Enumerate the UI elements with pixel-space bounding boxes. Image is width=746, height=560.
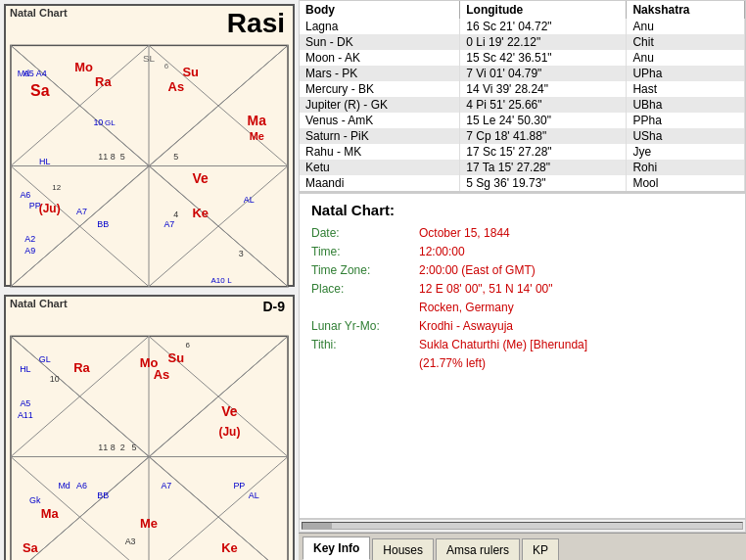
- table-row: Saturn - PiK7 Cp 18' 41.88"USha: [300, 128, 745, 144]
- tab-amsa-rulers[interactable]: Amsa rulers: [436, 538, 520, 560]
- svg-text:Sa: Sa: [23, 540, 39, 555]
- left-panel: Natal Chart Rasi: [0, 0, 299, 560]
- svg-text:(Ju): (Ju): [219, 425, 241, 439]
- svg-text:BB: BB: [97, 490, 109, 500]
- svg-text:Ra: Ra: [95, 74, 112, 89]
- svg-text:5: 5: [132, 443, 137, 452]
- svg-text:Ma: Ma: [41, 506, 60, 521]
- svg-text:GL: GL: [105, 118, 116, 127]
- svg-text:Mo: Mo: [74, 60, 93, 74]
- svg-text:AL: AL: [244, 195, 255, 205]
- tab-kp[interactable]: KP: [522, 538, 559, 560]
- svg-text:5: 5: [173, 152, 178, 162]
- svg-text:HL: HL: [20, 364, 30, 374]
- info-label: Tithi:: [311, 338, 419, 351]
- info-value: October 15, 1844: [419, 226, 510, 240]
- svg-text:11: 11: [98, 443, 108, 452]
- svg-text:A9: A9: [24, 246, 35, 256]
- svg-text:A2: A2: [24, 234, 35, 244]
- d9-label: D-9: [262, 299, 285, 314]
- svg-text:A5 A4: A5 A4: [23, 69, 47, 78]
- table-row: Rahu - MK17 Sc 15' 27.28"Jye: [300, 144, 745, 160]
- tab-key-info[interactable]: Key Info: [303, 537, 370, 560]
- svg-text:6: 6: [186, 341, 191, 350]
- svg-text:A6: A6: [20, 190, 30, 200]
- info-row: Date:October 15, 1844: [311, 226, 733, 240]
- table-row: Mars - PK7 Vi 01' 04.79"UPha: [300, 66, 745, 81]
- info-value: Rocken, Germany: [419, 301, 514, 314]
- info-title: Natal Chart:: [311, 202, 733, 218]
- right-panel: Body Longitude Nakshatra Lagna16 Sc 21' …: [299, 0, 746, 560]
- table-row: Venus - AmK15 Le 24' 50.30"PPha: [300, 113, 745, 128]
- table-row: Jupiter (R) - GK4 Pi 51' 25.66"UBha: [300, 97, 745, 113]
- svg-text:Ve: Ve: [193, 170, 209, 186]
- svg-text:Sa: Sa: [30, 82, 50, 99]
- svg-text:HL: HL: [39, 157, 50, 166]
- table-row: Lagna16 Sc 21' 04.72"Anu: [300, 19, 745, 34]
- svg-text:Su: Su: [168, 350, 185, 365]
- info-value: (21.77% left): [419, 356, 486, 370]
- svg-text:4: 4: [173, 210, 178, 219]
- planet-table: Body Longitude Nakshatra Lagna16 Sc 21' …: [299, 0, 746, 192]
- svg-text:PP: PP: [233, 481, 245, 490]
- info-row: (21.77% left): [311, 356, 733, 370]
- info-row: Time Zone:2:00:00 (East of GMT): [311, 263, 733, 277]
- svg-text:Su: Su: [182, 65, 199, 79]
- svg-text:A7: A7: [161, 481, 171, 490]
- info-row: Tithi:Sukla Chaturthi (Me) [Bherunda]: [311, 338, 733, 351]
- info-value: 12:00:00: [419, 245, 465, 258]
- svg-text:AL: AL: [249, 490, 259, 500]
- svg-text:10: 10: [50, 374, 60, 384]
- svg-text:As: As: [168, 79, 185, 94]
- svg-text:(Ju): (Ju): [39, 202, 61, 215]
- bottom-tabs: Key InfoHousesAmsa rulersKP: [299, 533, 746, 560]
- svg-text:A10: A10: [210, 276, 225, 285]
- info-label: Time:: [311, 245, 419, 258]
- svg-text:Ra: Ra: [73, 360, 90, 375]
- info-value: 12 E 08' 00", 51 N 14' 00": [419, 282, 553, 296]
- svg-text:Ma: Ma: [248, 113, 267, 128]
- table-row: Sun - DK0 Li 19' 22.12"Chit: [300, 34, 745, 50]
- info-row: Lunar Yr-Mo:Krodhi - Aswayuja: [311, 319, 733, 333]
- svg-text:Ve: Ve: [221, 403, 237, 419]
- svg-text:8: 8: [111, 152, 116, 162]
- d9-chart-title: Natal Chart: [6, 296, 71, 311]
- col-nakshatra: Nakshatra: [627, 1, 745, 19]
- svg-text:As: As: [154, 367, 170, 382]
- svg-text:L: L: [227, 276, 232, 285]
- svg-text:GL: GL: [39, 354, 51, 364]
- svg-text:BB: BB: [97, 219, 109, 229]
- rasi-chart-svg: SL Sa Md A5 A4 Ra Mo 10 GL Su As 6 Ma Me…: [6, 20, 293, 299]
- scrollbar-area[interactable]: [299, 519, 746, 533]
- tab-houses[interactable]: Houses: [372, 538, 434, 560]
- info-row: Rocken, Germany: [311, 301, 733, 314]
- svg-text:Gk: Gk: [29, 495, 41, 505]
- svg-text:5: 5: [120, 152, 125, 162]
- info-label: Date:: [311, 226, 419, 240]
- svg-text:Ke: Ke: [221, 540, 238, 555]
- scrollbar-thumb[interactable]: [303, 523, 332, 529]
- svg-text:A3: A3: [125, 537, 136, 546]
- info-panel: Natal Chart: Date:October 15, 1844Time:1…: [299, 194, 746, 519]
- info-row: Time:12:00:00: [311, 245, 733, 258]
- info-row: Place:12 E 08' 00", 51 N 14' 00": [311, 282, 733, 296]
- svg-text:A7: A7: [76, 207, 87, 216]
- info-value: Sukla Chaturthi (Me) [Bherunda]: [419, 338, 587, 351]
- info-value: Krodhi - Aswayuja: [419, 319, 513, 333]
- svg-text:Me: Me: [140, 516, 158, 531]
- svg-text:A5: A5: [20, 398, 30, 408]
- svg-text:Me: Me: [250, 130, 264, 142]
- svg-text:SL: SL: [143, 53, 156, 64]
- svg-text:12: 12: [52, 183, 61, 192]
- info-label: Lunar Yr-Mo:: [311, 319, 419, 333]
- col-body: Body: [300, 1, 460, 19]
- info-label: Place:: [311, 282, 419, 296]
- d9-chart: Natal Chart D-9 GL Ra HL 10: [4, 295, 295, 560]
- table-row: Ketu17 Ta 15' 27.28"Rohi: [300, 160, 745, 175]
- info-label: Time Zone:: [311, 263, 419, 277]
- table-row: Mercury - BK14 Vi 39' 28.24"Hast: [300, 81, 745, 97]
- svg-text:A11: A11: [18, 410, 33, 420]
- col-longitude: Longitude: [460, 1, 627, 19]
- svg-text:A6: A6: [76, 481, 87, 490]
- scrollbar-track[interactable]: [302, 522, 743, 530]
